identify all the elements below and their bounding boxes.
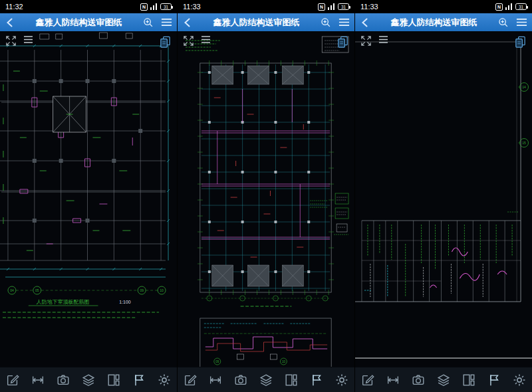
title-block-table bbox=[362, 221, 521, 302]
camera-button[interactable] bbox=[408, 370, 428, 390]
expand-icon[interactable] bbox=[183, 35, 194, 47]
settings-button[interactable] bbox=[509, 370, 529, 390]
rebar-marks bbox=[214, 98, 303, 257]
layers-button[interactable] bbox=[434, 370, 454, 390]
cad-viewport-1[interactable]: 04 05 09 10 人防地下室顶板配筋图 1:100 bbox=[0, 31, 177, 367]
status-bar: 11:32 N 31 bbox=[0, 0, 177, 13]
svg-text:10: 10 bbox=[160, 288, 164, 292]
table-text-columns bbox=[368, 225, 512, 297]
roof-slab-reinforcement-plan: 04 05 09 10 人防地下室顶板配筋图 1:100 bbox=[0, 31, 177, 367]
title-block-sheet: 14 15 bbox=[355, 31, 532, 367]
top-detail-boxes bbox=[40, 33, 132, 39]
zoom-search-icon[interactable] bbox=[497, 17, 509, 28]
bottom-toolbar bbox=[355, 367, 532, 392]
bottom-toolbar bbox=[178, 367, 354, 392]
svg-text:04: 04 bbox=[10, 288, 14, 292]
page-title: 鑫雅人防结构送审图纸 bbox=[19, 17, 138, 29]
app-header: 鑫雅人防结构送审图纸 bbox=[178, 13, 354, 31]
cad-viewport-2[interactable]: 09 10 bbox=[178, 31, 354, 367]
svg-text:10: 10 bbox=[282, 360, 285, 363]
second-drawing: 09 10 bbox=[200, 318, 331, 367]
bottom-toolbar bbox=[0, 367, 177, 392]
phone-screen-2: 11:33 N 31 鑫雅人防结构送审图纸 bbox=[177, 0, 354, 392]
clock: 11:33 bbox=[183, 3, 201, 11]
menu-icon[interactable] bbox=[161, 17, 172, 27]
expand-icon[interactable] bbox=[360, 35, 372, 47]
signal-icon bbox=[150, 3, 158, 10]
svg-text:09: 09 bbox=[215, 360, 219, 363]
status-bar: 11:33 N 31 bbox=[355, 0, 532, 13]
zoom-search-icon[interactable] bbox=[320, 17, 331, 28]
drawing-caption: 人防地下室顶板配筋图 bbox=[36, 299, 90, 305]
camera-button[interactable] bbox=[53, 370, 73, 390]
slab-hatch bbox=[212, 66, 303, 286]
status-bar: 11:33 N 31 bbox=[178, 0, 354, 13]
drawing-scale: 1:100 bbox=[119, 300, 131, 304]
battery-icon: 31 bbox=[515, 3, 527, 10]
layers-button[interactable] bbox=[78, 370, 98, 390]
clock: 11:32 bbox=[5, 3, 23, 11]
sheet-copy-icon[interactable] bbox=[336, 35, 349, 48]
perimeter-ticks bbox=[198, 60, 334, 295]
sheet-copy-icon[interactable] bbox=[159, 35, 172, 48]
canvas-menu-icon[interactable] bbox=[23, 35, 33, 44]
menu-icon[interactable] bbox=[338, 17, 350, 27]
svg-text:15: 15 bbox=[522, 141, 526, 145]
nfc-icon: N bbox=[318, 3, 325, 11]
battery-icon: 31 bbox=[338, 3, 349, 10]
svg-text:05: 05 bbox=[35, 288, 39, 292]
flag-button[interactable] bbox=[484, 370, 504, 390]
camera-button[interactable] bbox=[231, 370, 251, 390]
canvas-menu-icon[interactable] bbox=[378, 35, 388, 44]
menu-icon[interactable] bbox=[516, 17, 527, 27]
measure-button[interactable] bbox=[383, 370, 403, 390]
nfc-icon: N bbox=[495, 3, 503, 11]
back-chevron-icon[interactable] bbox=[182, 17, 193, 28]
expand-icon[interactable] bbox=[5, 35, 17, 47]
clock: 11:33 bbox=[360, 3, 378, 11]
column-grid bbox=[201, 64, 330, 291]
signal-icon bbox=[505, 3, 513, 10]
axis-bubbles bbox=[518, 83, 528, 147]
table-text-white bbox=[370, 264, 483, 297]
battery-icon: 31 bbox=[160, 3, 172, 10]
app-header: 鑫雅人防结构送审图纸 bbox=[355, 13, 532, 31]
structural-grid bbox=[0, 50, 166, 260]
beam-lines bbox=[201, 89, 330, 239]
nfc-icon: N bbox=[140, 3, 148, 11]
sheet-copy-icon[interactable] bbox=[514, 35, 527, 48]
measure-button[interactable] bbox=[205, 370, 225, 390]
axis-bubbles bbox=[201, 296, 330, 301]
viewport-button[interactable] bbox=[459, 370, 479, 390]
three-phone-screenshots: 11:32 N 31 鑫雅人防结构送审图纸 bbox=[0, 0, 532, 392]
sheet-border bbox=[355, 42, 521, 302]
settings-button[interactable] bbox=[154, 370, 174, 390]
edit-button[interactable] bbox=[3, 370, 23, 390]
phone-screen-3: 11:33 N 31 鑫雅人防结构送审图纸 bbox=[354, 0, 532, 392]
phone-screen-1: 11:32 N 31 鑫雅人防结构送审图纸 bbox=[0, 0, 177, 392]
measure-button[interactable] bbox=[28, 370, 48, 390]
page-title: 鑫雅人防结构送审图纸 bbox=[197, 17, 316, 29]
signal-icon bbox=[328, 3, 335, 10]
back-chevron-icon[interactable] bbox=[360, 17, 370, 28]
page-title: 鑫雅人防结构送审图纸 bbox=[374, 17, 493, 29]
edit-button[interactable] bbox=[358, 370, 378, 390]
signature-marks bbox=[430, 248, 507, 288]
back-chevron-icon[interactable] bbox=[5, 17, 15, 28]
app-header: 鑫雅人防结构送审图纸 bbox=[0, 13, 177, 31]
canvas-menu-icon[interactable] bbox=[201, 35, 211, 44]
edit-button[interactable] bbox=[180, 370, 200, 390]
cad-viewport-3[interactable]: 14 15 bbox=[355, 31, 532, 367]
viewport-button[interactable] bbox=[281, 370, 301, 390]
side-details bbox=[310, 193, 348, 235]
floor-plan-long-drawing: 09 10 bbox=[178, 31, 354, 367]
layers-button[interactable] bbox=[256, 370, 276, 390]
viewport-button[interactable] bbox=[104, 370, 124, 390]
settings-button[interactable] bbox=[332, 370, 352, 390]
zoom-search-icon[interactable] bbox=[142, 17, 154, 28]
slab-blocks bbox=[212, 66, 303, 286]
notes-text-lines bbox=[3, 312, 159, 318]
flag-button[interactable] bbox=[129, 370, 149, 390]
svg-text:09: 09 bbox=[140, 288, 144, 292]
flag-button[interactable] bbox=[307, 370, 327, 390]
